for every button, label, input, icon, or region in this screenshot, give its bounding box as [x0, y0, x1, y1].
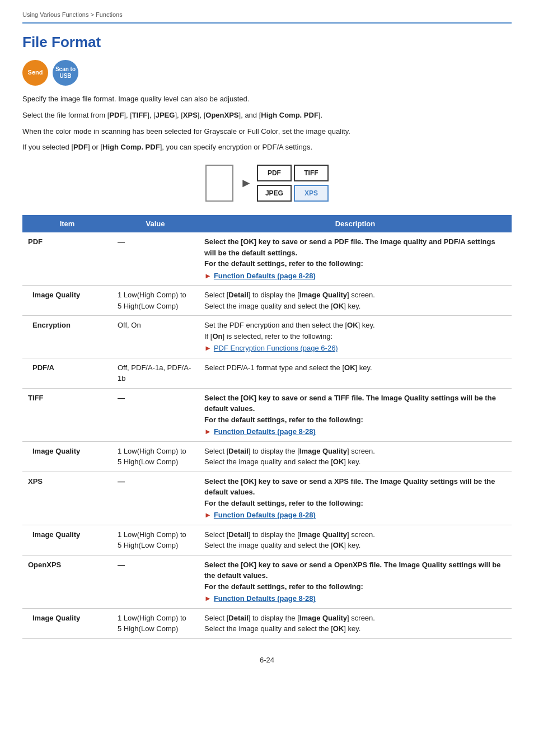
desc-openxps-image-quality: Select [Detail] to display the [Image Qu…	[199, 608, 512, 638]
item-openxps-image-quality: Image Quality	[22, 608, 112, 638]
table-row: PDF — Select the [OK] key to save or sen…	[22, 232, 512, 286]
link-function-defaults-tiff[interactable]: Function Defaults (page 8-28)	[214, 426, 316, 437]
item-openxps: OpenXPS	[22, 555, 112, 608]
table-row: Image Quality 1 Low(High Comp) to5 High(…	[22, 608, 512, 638]
intro-p2: Select the file format from [PDF], [TIFF…	[22, 110, 512, 122]
value-pdf: —	[112, 232, 199, 286]
col-header-value: Value	[112, 215, 199, 232]
link-pdf-encryption[interactable]: PDF Encryption Functions (page 6-26)	[214, 343, 338, 354]
value-pdf-pdfa: Off, PDF/A-1a, PDF/A-1b	[112, 358, 199, 388]
link-function-defaults-openxps[interactable]: Function Defaults (page 8-28)	[214, 593, 316, 604]
arrow-icon: ►	[204, 343, 212, 354]
item-pdf-pdfa: PDF/A	[22, 358, 112, 388]
diagram-top-row: PDF TIFF	[257, 165, 329, 181]
value-pdf-encryption: Off, On	[112, 316, 199, 358]
value-openxps-image-quality: 1 Low(High Comp) to5 High(Low Comp)	[112, 608, 199, 638]
table-row: Image Quality 1 Low(High Comp) to5 High(…	[22, 525, 512, 555]
value-tiff-image-quality: 1 Low(High Comp) to5 High(Low Comp)	[112, 441, 199, 472]
badge-scan-usb: Scan to USB	[53, 60, 78, 86]
desc-openxps: Select the [OK] key to save or send a Op…	[199, 555, 512, 608]
value-xps: —	[112, 472, 199, 525]
desc-pdf-image-quality: Select [Detail] to display the [Image Qu…	[199, 286, 512, 316]
intro-block: Specify the image file format. Image qua…	[22, 94, 512, 153]
item-xps: XPS	[22, 472, 112, 525]
col-header-description: Description	[199, 215, 512, 232]
badge-row: Send Scan to USB	[22, 60, 512, 86]
diagram-pdf-box: PDF	[257, 165, 292, 181]
table-row: Encryption Off, On Set the PDF encryptio…	[22, 316, 512, 358]
intro-p3: When the color mode in scanning has been…	[22, 126, 512, 138]
diagram-jpeg-box: JPEG	[257, 185, 292, 202]
desc-pdf-encryption: Set the PDF encryption and then select t…	[199, 316, 512, 358]
diagram-area: ► PDF TIFF JPEG XPS	[22, 165, 512, 202]
page-title: File Format	[22, 34, 512, 51]
desc-xps: Select the [OK] key to save or send a XP…	[199, 472, 512, 525]
arrow-icon: ►	[204, 593, 212, 604]
value-pdf-image-quality: 1 Low(High Comp) to5 High(Low Comp)	[112, 286, 199, 316]
diagram-arrow-icon: ►	[240, 176, 252, 190]
arrow-icon: ►	[204, 426, 212, 437]
item-pdf: PDF	[22, 232, 112, 286]
table-row: XPS — Select the [OK] key to save or sen…	[22, 472, 512, 525]
diagram-xps-box: XPS	[294, 185, 329, 202]
footer-page-number: 6-24	[22, 656, 512, 664]
table-row: OpenXPS — Select the [OK] key to save or…	[22, 555, 512, 608]
intro-p1: Specify the image file format. Image qua…	[22, 94, 512, 105]
value-tiff: —	[112, 388, 199, 441]
desc-tiff: Select the [OK] key to save or send a TI…	[199, 388, 512, 441]
intro-p4: If you selected [PDF] or [High Comp. PDF…	[22, 142, 512, 153]
item-pdf-encryption: Encryption	[22, 316, 112, 358]
desc-tiff-image-quality: Select [Detail] to display the [Image Qu…	[199, 441, 512, 472]
diagram-grid: PDF TIFF JPEG XPS	[257, 165, 329, 202]
desc-pdf: Select the [OK] key to save or send a PD…	[199, 232, 512, 286]
desc-pdf-pdfa: Select PDF/A-1 format type and select th…	[199, 358, 512, 388]
diagram-bottom-row: JPEG XPS	[257, 185, 329, 202]
value-xps-image-quality: 1 Low(High Comp) to5 High(Low Comp)	[112, 525, 199, 555]
item-tiff-image-quality: Image Quality	[22, 441, 112, 472]
table-row: PDF/A Off, PDF/A-1a, PDF/A-1b Select PDF…	[22, 358, 512, 388]
arrow-icon: ►	[204, 270, 212, 282]
item-pdf-image-quality: Image Quality	[22, 286, 112, 316]
badge-send: Send	[22, 60, 48, 86]
format-table: Item Value Description PDF — Select the …	[22, 215, 512, 639]
desc-xps-image-quality: Select [Detail] to display the [Image Qu…	[199, 525, 512, 555]
table-row: TIFF — Select the [OK] key to save or se…	[22, 388, 512, 441]
arrow-icon: ►	[204, 510, 212, 521]
col-header-item: Item	[22, 215, 112, 232]
diagram-tiff-box: TIFF	[294, 165, 329, 181]
table-row: Image Quality 1 Low(High Comp) to5 High(…	[22, 441, 512, 472]
diagram-left-box	[205, 165, 233, 202]
item-tiff: TIFF	[22, 388, 112, 441]
table-row: Image Quality 1 Low(High Comp) to5 High(…	[22, 286, 512, 316]
value-openxps: —	[112, 555, 199, 608]
link-function-defaults-pdf[interactable]: Function Defaults (page 8-28)	[214, 270, 316, 282]
item-xps-image-quality: Image Quality	[22, 525, 112, 555]
link-function-defaults-xps[interactable]: Function Defaults (page 8-28)	[214, 510, 316, 521]
breadcrumb: Using Various Functions > Functions	[22, 11, 512, 24]
